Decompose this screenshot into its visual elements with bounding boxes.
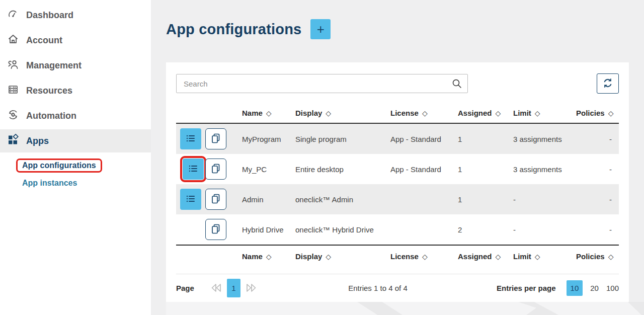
background-pattern [166,302,644,315]
sort-icon: ◇ [326,109,331,117]
sidebar-item-resources[interactable]: Resources [0,78,151,103]
highlight-ring [180,156,206,182]
cell-display: Entire desktop [295,165,385,174]
cell-assigned: 1 [453,195,509,204]
add-configuration-button[interactable]: + [310,19,331,39]
open-instances-button[interactable] [180,128,201,149]
copy-icon [210,223,222,237]
sidebar-item-management[interactable]: Management [0,53,151,78]
refresh-icon [601,76,614,91]
sort-icon: ◇ [608,109,614,117]
cell-license: App - Standard [385,165,453,174]
cell-limit: 3 assignments [509,165,576,174]
sidebar-item-apps[interactable]: Apps [0,129,151,152]
cell-license: App - Standard [385,135,453,143]
sidebar-item-app-instances[interactable]: App instances [22,179,151,188]
column-header-assigned[interactable]: Assigned◇ [453,252,509,261]
per-page-option-20[interactable]: 20 [590,284,599,292]
main-content: App configurations + [151,0,644,315]
list-icon [185,132,197,146]
open-instances-button[interactable] [180,189,201,210]
sidebar-item-automation[interactable]: Automation [0,103,151,128]
table-row: My_PC Entire desktop App - Standard 1 3 … [176,154,619,184]
duplicate-button[interactable] [205,128,226,149]
sidebar-item-label: Account [26,35,62,46]
sidebar-item-label: Resources [26,86,72,96]
cell-name: Hybrid Drive [236,225,295,234]
per-page-option-10[interactable]: 10 [567,280,583,296]
automation-icon [7,109,19,123]
home-icon [7,33,19,48]
search-input[interactable] [176,74,468,93]
gauge-icon [7,8,19,23]
column-header-policies[interactable]: Policies◇ [576,109,620,117]
cell-assigned: 2 [453,225,509,234]
cell-name: My_PC [236,165,295,174]
search-box [176,74,468,93]
cell-policies: - [576,135,619,143]
app-configurations-card: Name◇ Display◇ License◇ Assigned◇ Limit◇… [166,62,629,302]
sidebar-item-account[interactable]: Account [0,28,151,53]
list-icon [187,163,199,176]
cell-assigned: 1 [453,165,509,174]
entries-per-page-label: Entries per page [497,284,556,292]
users-icon [7,58,19,73]
column-header-name[interactable]: Name◇ [236,109,295,117]
sort-icon: ◇ [535,253,540,261]
search-icon [451,77,463,92]
apps-icon [7,134,19,148]
open-instances-button[interactable] [183,159,204,180]
cell-display: oneclick™ Admin [295,195,385,204]
sort-icon: ◇ [266,253,272,261]
sort-icon: ◇ [266,109,272,117]
sidebar-item-label: Automation [26,111,76,121]
sort-icon: ◇ [496,109,501,117]
cell-display: Single program [295,135,385,143]
sort-icon: ◇ [535,109,540,117]
sort-icon: ◇ [422,109,428,117]
server-icon [7,84,19,98]
cell-policies: - [576,165,619,174]
sidebar-item-dashboard[interactable]: Dashboard [0,3,151,28]
column-header-limit[interactable]: Limit◇ [509,109,576,117]
column-header-policies[interactable]: Policies◇ [576,252,620,261]
column-header-display[interactable]: Display◇ [295,109,385,117]
refresh-button[interactable] [597,73,619,94]
per-page-option-100[interactable]: 100 [606,284,619,292]
sidebar-item-app-configurations[interactable]: App configurations [22,161,96,170]
pagination-bar: Page 1 Entries 1 to 4 of 4 Entries per p… [176,274,619,301]
column-header-license[interactable]: License◇ [385,109,453,117]
cell-policies: - [576,225,619,234]
previous-page-button[interactable] [210,283,222,292]
duplicate-button[interactable] [205,189,226,210]
current-page[interactable]: 1 [227,279,240,297]
column-header-display[interactable]: Display◇ [295,252,385,261]
cell-assigned: 1 [453,135,509,143]
column-header-assigned[interactable]: Assigned◇ [453,109,509,117]
sidebar-item-label: Apps [26,136,49,146]
sidebar-item-label: Management [26,60,82,71]
sort-icon: ◇ [422,253,428,261]
duplicate-button[interactable] [205,219,226,240]
sort-icon: ◇ [496,253,501,261]
page-title: App configurations [166,21,301,38]
page-label: Page [176,284,194,292]
list-icon [185,193,197,206]
column-header-name[interactable]: Name◇ [236,252,295,261]
table-header-bottom: Name◇ Display◇ License◇ Assigned◇ Limit◇… [176,245,619,267]
copy-icon [210,132,222,146]
highlight-ring: App configurations [16,159,102,173]
next-page-button[interactable] [245,283,257,292]
table-header-top: Name◇ Display◇ License◇ Assigned◇ Limit◇… [176,103,619,124]
cell-limit: - [509,195,576,204]
table-body: MyProgram Single program App - Standard … [176,124,619,245]
cell-name: Admin [236,195,295,204]
copy-icon [210,193,222,206]
column-header-limit[interactable]: Limit◇ [509,252,576,261]
entries-summary: Entries 1 to 4 of 4 [259,284,497,292]
column-header-license[interactable]: License◇ [385,252,453,261]
table-row: Hybrid Drive oneclick™ Hybrid Drive 2 - … [176,214,619,245]
sidebar-item-label: Dashboard [26,10,73,21]
cell-name: MyProgram [236,135,295,143]
duplicate-button[interactable] [205,159,226,180]
